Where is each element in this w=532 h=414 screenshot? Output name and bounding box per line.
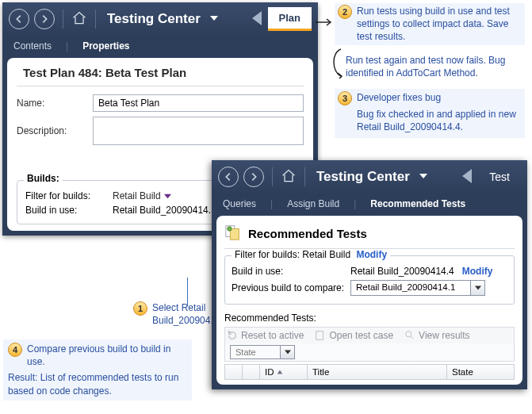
divider: | bbox=[354, 198, 356, 209]
step-badge-1: 1 bbox=[133, 301, 147, 316]
recommended-tests-panel: Recommended Tests Filter for builds: Ret… bbox=[216, 216, 522, 385]
description-label: Description: bbox=[17, 125, 93, 136]
app-menu-chevron-icon[interactable] bbox=[210, 13, 218, 25]
state-combo[interactable]: State bbox=[230, 345, 295, 359]
grid-header: ID Title State bbox=[224, 364, 515, 380]
build-in-use-label: Build in use: bbox=[25, 205, 108, 216]
arrow-icon bbox=[314, 17, 333, 29]
previous-build-label: Previous build to compare: bbox=[232, 282, 350, 293]
state-filter-row: State bbox=[224, 343, 515, 362]
builds-legend: Builds: bbox=[24, 173, 63, 184]
recommended-tests-label: Recommended Tests: bbox=[224, 312, 515, 324]
back-button[interactable] bbox=[218, 167, 239, 187]
divider bbox=[95, 10, 96, 29]
home-button[interactable] bbox=[71, 10, 87, 29]
filter-legend-text: Filter for builds: Retail Build bbox=[235, 249, 350, 260]
grid-col-icon[interactable] bbox=[243, 365, 260, 379]
svg-rect-3 bbox=[230, 228, 239, 240]
open-test-case-button[interactable]: Open test case bbox=[315, 330, 393, 341]
subnav-contents[interactable]: Contents bbox=[13, 40, 52, 52]
combo-chevron-icon[interactable] bbox=[280, 346, 294, 358]
description-input[interactable] bbox=[93, 117, 304, 145]
callout-2b: Run test again and test now fails. Bug i… bbox=[346, 54, 525, 79]
filter-builds-value: Retail Build bbox=[113, 190, 161, 201]
state-combo-value: State bbox=[231, 346, 280, 358]
step-badge-4: 4 bbox=[8, 343, 22, 357]
forward-button[interactable] bbox=[34, 9, 55, 29]
callout-4a-text: Compare previous build to build in use. bbox=[27, 343, 187, 368]
callout-2: 2 Run tests using build in use and test … bbox=[335, 3, 525, 45]
grid-col-id[interactable]: ID bbox=[260, 365, 308, 379]
divider: | bbox=[66, 40, 68, 52]
subnav-queries[interactable]: Queries bbox=[223, 198, 256, 209]
build-in-use-value: Retail Build_20090414.1 bbox=[113, 205, 216, 216]
tab-test[interactable]: Test bbox=[478, 166, 521, 188]
recommended-tests-icon bbox=[224, 224, 242, 243]
svg-point-4 bbox=[228, 227, 232, 232]
app-title: Testing Center bbox=[107, 11, 201, 27]
build-in-use-value: Retail Build_20090414.4 bbox=[350, 266, 454, 277]
view-results-button[interactable]: View results bbox=[404, 330, 469, 341]
grid-col-state[interactable]: State bbox=[447, 365, 514, 379]
nav-triangle-icon[interactable] bbox=[461, 169, 473, 186]
titlebar: Testing Center Plan bbox=[2, 2, 318, 36]
divider: | bbox=[270, 198, 273, 209]
toolbar: Reset to active Open test case View resu… bbox=[224, 327, 515, 343]
plan-title: Test Plan 484: Beta Test Plan bbox=[23, 66, 186, 79]
reset-to-active-button[interactable]: Reset to active bbox=[227, 330, 304, 341]
divider bbox=[272, 167, 273, 186]
home-button[interactable] bbox=[281, 168, 297, 186]
test-window: Testing Center Test Queries | Assign Bui… bbox=[212, 160, 527, 389]
modify-filter-link[interactable]: Modify bbox=[356, 249, 387, 260]
divider bbox=[63, 10, 63, 29]
callout-2b-text: Run test again and test now fails. Bug i… bbox=[346, 55, 505, 79]
curve-icon bbox=[327, 48, 344, 82]
step-badge-3: 3 bbox=[338, 91, 352, 105]
subnav-properties[interactable]: Properties bbox=[82, 40, 129, 52]
callout-3: 3 Developer fixes bug Bug fix checked in… bbox=[335, 89, 525, 138]
forward-button[interactable] bbox=[243, 167, 264, 187]
callout-3a-text: Developer fixes bug bbox=[357, 91, 441, 104]
subnav: Contents | Properties bbox=[2, 36, 318, 58]
app-title: Testing Center bbox=[316, 169, 410, 185]
titlebar: Testing Center Test bbox=[212, 160, 527, 194]
previous-build-value: Retail Build_20090414.1 bbox=[351, 281, 470, 295]
filter-group: Filter for builds: Retail Build Modify B… bbox=[224, 255, 515, 305]
filter-builds-label: Filter for builds: bbox=[25, 190, 108, 201]
filter-builds-dropdown[interactable]: Retail Build bbox=[113, 190, 171, 201]
step-badge-2: 2 bbox=[338, 5, 352, 19]
divider bbox=[304, 167, 305, 186]
modify-build-link[interactable]: Modify bbox=[462, 266, 493, 277]
subnav-assign-build[interactable]: Assign Build bbox=[287, 198, 339, 209]
build-in-use-label: Build in use: bbox=[232, 266, 350, 277]
sort-asc-icon bbox=[277, 369, 283, 375]
callout-4b-text: Result: List of recommended tests to run… bbox=[8, 371, 187, 397]
callout-2-text: Run tests using build in use and test se… bbox=[357, 5, 522, 44]
back-button[interactable] bbox=[9, 9, 29, 29]
name-input[interactable] bbox=[93, 94, 304, 112]
svg-point-6 bbox=[406, 332, 411, 337]
combo-chevron-icon[interactable] bbox=[470, 281, 484, 295]
previous-build-combo[interactable]: Retail Build_20090414.1 bbox=[350, 280, 485, 296]
nav-triangle-icon[interactable] bbox=[251, 11, 263, 28]
subnav-recommended-tests[interactable]: Recommended Tests bbox=[370, 198, 465, 209]
name-label: Name: bbox=[17, 98, 93, 109]
recommended-tests-title: Recommended Tests bbox=[248, 227, 367, 240]
grid-col-selector[interactable] bbox=[225, 365, 243, 379]
callout-4: 4 Compare previous build to build in use… bbox=[3, 339, 192, 401]
svg-rect-5 bbox=[316, 332, 323, 340]
tab-plan[interactable]: Plan bbox=[268, 7, 312, 31]
subnav: Queries | Assign Build | Recommended Tes… bbox=[212, 194, 527, 216]
callout-3b-text: Bug fix checked in and applied in new Re… bbox=[338, 108, 522, 133]
app-menu-chevron-icon[interactable] bbox=[419, 171, 427, 182]
grid-col-title[interactable]: Title bbox=[308, 365, 447, 379]
